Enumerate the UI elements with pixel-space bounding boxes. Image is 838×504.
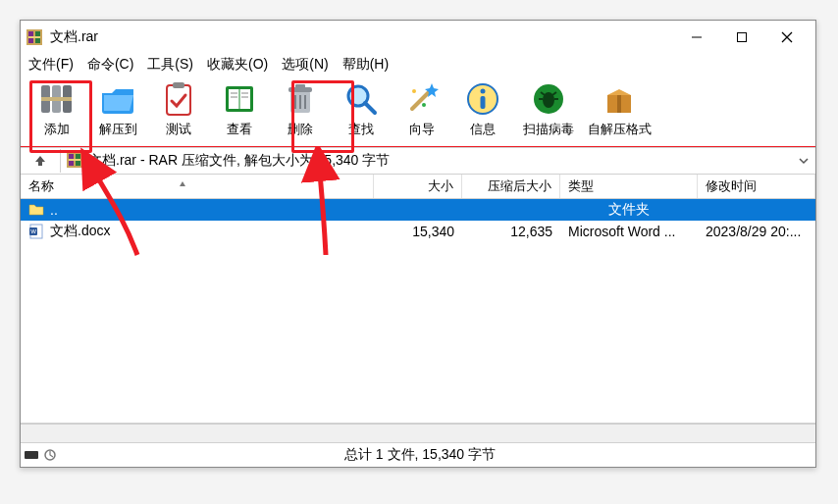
- add-button[interactable]: 添加: [26, 77, 87, 142]
- status-bar: 总计 1 文件, 15,340 字节: [21, 442, 815, 467]
- svg-line-28: [365, 103, 375, 113]
- svg-rect-12: [167, 85, 190, 115]
- svg-rect-3: [28, 36, 40, 38]
- svg-point-34: [481, 89, 486, 94]
- row-name: 文档.docx: [50, 223, 110, 240]
- test-label: 测试: [166, 121, 191, 138]
- clipboard-check-icon: [159, 79, 198, 119]
- bug-shield-icon: [529, 79, 568, 119]
- svg-point-32: [422, 103, 426, 107]
- menu-file[interactable]: 文件(F): [28, 56, 74, 74]
- add-label: 添加: [44, 121, 70, 138]
- path-bar: 文档.rar - RAR 压缩文件, 解包大小为 15,340 字节: [21, 147, 815, 174]
- folder-up-icon: [28, 201, 44, 220]
- list-item-file[interactable]: W 文档.docx 15,340 12,635 Microsoft Word .…: [21, 221, 815, 242]
- winrar-window: 文档.rar 文件(F) 命令(C) 工具(S) 收藏夹(O) 选项(N) 帮助: [20, 20, 816, 468]
- col-name[interactable]: 名称: [21, 175, 374, 198]
- row-type: 文件夹: [560, 201, 698, 219]
- info-label: 信息: [470, 121, 496, 138]
- col-modified-text: 修改时间: [706, 177, 757, 195]
- books-stack-icon: [37, 79, 77, 119]
- menu-tools[interactable]: 工具(S): [147, 56, 193, 74]
- col-compressed[interactable]: 压缩后大小: [462, 175, 560, 198]
- scan-label: 扫描病毒: [523, 121, 574, 138]
- svg-rect-52: [25, 451, 38, 459]
- toolbar: 添加 解压到 测试: [21, 76, 815, 147]
- file-list[interactable]: .. 文件夹 W 文档.docx: [21, 199, 815, 424]
- find-button[interactable]: 查找: [331, 77, 392, 142]
- svg-rect-5: [738, 33, 747, 42]
- wand-icon: [402, 79, 442, 119]
- list-item-up[interactable]: .. 文件夹: [21, 199, 815, 221]
- sort-asc-icon: [178, 179, 187, 189]
- svg-rect-48: [69, 159, 80, 161]
- extract-button[interactable]: 解压到: [87, 77, 148, 142]
- row-name: ..: [50, 202, 58, 218]
- scan-button[interactable]: 扫描病毒: [513, 77, 584, 142]
- window-title: 文档.rar: [50, 28, 98, 46]
- info-button[interactable]: 信息: [452, 77, 513, 142]
- view-button[interactable]: 查看: [209, 77, 270, 142]
- test-button[interactable]: 测试: [148, 77, 209, 142]
- svg-rect-35: [481, 96, 486, 109]
- maximize-button[interactable]: [719, 23, 764, 52]
- path-dropdown[interactable]: [792, 155, 815, 167]
- sfx-button[interactable]: 自解压格式: [584, 77, 655, 142]
- wizard-label: 向导: [409, 121, 435, 138]
- delete-button[interactable]: 删除: [270, 77, 331, 142]
- archive-icon: [67, 152, 82, 171]
- horizontal-scrollbar[interactable]: [21, 424, 815, 442]
- row-type: Microsoft Word ...: [560, 224, 698, 239]
- delete-label: 删除: [288, 121, 313, 138]
- menu-command[interactable]: 命令(C): [87, 56, 133, 74]
- minimize-button[interactable]: [674, 23, 719, 52]
- trash-icon: [281, 79, 320, 119]
- titlebar: 文档.rar: [21, 21, 815, 54]
- svg-rect-44: [617, 95, 621, 113]
- menu-help[interactable]: 帮助(H): [342, 56, 389, 74]
- docx-icon: W: [28, 224, 44, 239]
- col-size[interactable]: 大小: [374, 175, 462, 198]
- up-button[interactable]: [21, 149, 61, 173]
- svg-point-31: [412, 89, 416, 93]
- sfx-label: 自解压格式: [588, 121, 652, 138]
- folder-open-icon: [98, 79, 137, 119]
- menu-favorites[interactable]: 收藏夹(O): [207, 56, 268, 74]
- svg-rect-23: [295, 84, 305, 88]
- menu-options[interactable]: 选项(N): [282, 56, 328, 74]
- svg-text:W: W: [30, 228, 36, 234]
- svg-marker-43: [607, 89, 631, 95]
- status-summary: 总计 1 文件, 15,340 字节: [74, 446, 766, 464]
- svg-rect-13: [173, 82, 184, 88]
- col-type-text: 类型: [568, 177, 594, 195]
- col-type[interactable]: 类型: [560, 175, 698, 198]
- magnifier-icon: [341, 79, 381, 119]
- info-icon: [463, 79, 502, 119]
- row-csize: 12,635: [462, 224, 560, 239]
- view-label: 查看: [227, 121, 252, 138]
- wizard-button[interactable]: 向导: [392, 77, 452, 142]
- book-open-icon: [220, 79, 259, 119]
- col-size-text: 大小: [428, 177, 453, 195]
- find-label: 查找: [348, 121, 374, 138]
- col-compressed-text: 压缩后大小: [488, 177, 551, 195]
- extract-label: 解压到: [99, 121, 137, 138]
- winrar-icon: [26, 29, 42, 45]
- col-modified[interactable]: 修改时间: [698, 175, 815, 198]
- box-open-icon: [600, 79, 639, 119]
- row-size: 15,340: [374, 224, 462, 239]
- row-date: 2023/8/29 20:...: [698, 224, 815, 239]
- svg-rect-11: [41, 97, 72, 101]
- column-headers: 名称 大小 压缩后大小 类型 修改时间: [21, 174, 815, 199]
- menu-bar: 文件(F) 命令(C) 工具(S) 收藏夹(O) 选项(N) 帮助(H): [21, 54, 815, 76]
- path-text[interactable]: 文档.rar - RAR 压缩文件, 解包大小为 15,340 字节: [88, 152, 390, 170]
- status-icons: [21, 447, 74, 463]
- close-button[interactable]: [764, 23, 810, 52]
- col-name-text: 名称: [28, 177, 54, 195]
